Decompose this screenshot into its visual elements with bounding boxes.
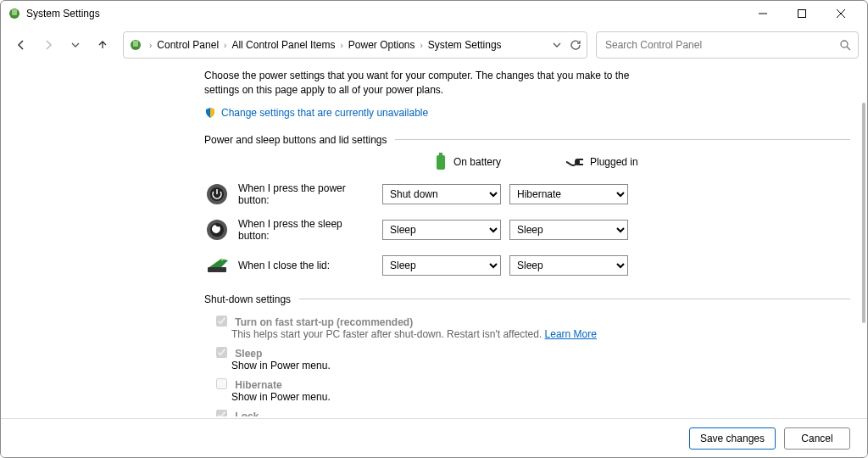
- lid-battery-select[interactable]: Sleep: [382, 255, 501, 276]
- row-label-lid: When I close the lid:: [238, 260, 374, 271]
- recent-button[interactable]: [64, 33, 87, 57]
- search-input[interactable]: [604, 38, 839, 52]
- scrollbar-thumb[interactable]: [862, 103, 865, 323]
- sleep-label: Sleep: [235, 348, 262, 360]
- svg-line-9: [847, 47, 850, 50]
- svg-rect-1: [12, 9, 17, 15]
- svg-rect-7: [133, 41, 138, 47]
- power-options-icon: [8, 7, 21, 20]
- title-bar: System Settings: [1, 1, 867, 26]
- shield-icon: [204, 107, 216, 119]
- power-button-icon: [205, 182, 229, 206]
- section-title: Power and sleep buttons and lid settings: [204, 134, 387, 146]
- power-battery-select[interactable]: Shut down: [382, 184, 501, 204]
- lock-checkbox: [216, 410, 227, 416]
- sleep-checkbox: [216, 347, 227, 358]
- lid-plugged-select[interactable]: Sleep: [509, 255, 628, 276]
- battery-icon: [433, 153, 448, 171]
- search-box[interactable]: [596, 31, 859, 59]
- nav-bar: › Control Panel › All Control Panel Item…: [1, 26, 867, 64]
- cancel-button[interactable]: Cancel: [784, 427, 850, 450]
- section-header-shutdown: Shut-down settings: [204, 293, 850, 305]
- svg-rect-11: [439, 153, 442, 155]
- col-plugged-label: Plugged in: [590, 156, 638, 168]
- power-options-icon: [129, 38, 142, 52]
- chevron-right-icon[interactable]: ›: [419, 41, 425, 50]
- sleep-desc: Show in Power menu.: [231, 360, 850, 371]
- sleep-button-icon: [205, 218, 229, 242]
- page-description: Choose the power settings that you want …: [204, 69, 645, 98]
- window-title: System Settings: [26, 8, 100, 20]
- plug-icon: [565, 156, 585, 168]
- forward-button[interactable]: [36, 33, 60, 57]
- hibernate-checkbox: [216, 378, 227, 389]
- breadcrumb[interactable]: Power Options: [345, 37, 419, 53]
- svg-rect-17: [208, 267, 226, 272]
- maximize-button[interactable]: [782, 1, 821, 26]
- hibernate-label: Hibernate: [235, 379, 281, 391]
- refresh-icon[interactable]: [570, 39, 581, 51]
- close-button[interactable]: [821, 1, 860, 26]
- change-settings-link[interactable]: Change settings that are currently unava…: [221, 107, 428, 119]
- svg-point-8: [841, 41, 848, 47]
- search-icon: [839, 39, 851, 51]
- breadcrumb[interactable]: All Control Panel Items: [228, 37, 338, 53]
- breadcrumb[interactable]: Control Panel: [153, 37, 222, 53]
- fast-startup-desc: This helps start your PC faster after sh…: [231, 328, 545, 340]
- col-battery-label: On battery: [453, 156, 501, 168]
- chevron-right-icon[interactable]: ›: [222, 41, 228, 50]
- content-area: Choose the power settings that you want …: [204, 69, 850, 416]
- row-label-sleep: When I press the sleep button:: [238, 218, 374, 242]
- hibernate-desc: Show in Power menu.: [231, 391, 850, 403]
- sleep-battery-select[interactable]: Sleep: [382, 220, 501, 240]
- learn-more-link[interactable]: Learn More: [545, 328, 597, 340]
- svg-rect-10: [437, 155, 445, 170]
- back-button[interactable]: [9, 33, 33, 57]
- breadcrumb[interactable]: System Settings: [425, 37, 505, 53]
- svg-point-12: [575, 159, 580, 165]
- fast-startup-label: Turn on fast start-up (recommended): [235, 316, 413, 328]
- laptop-lid-icon: [204, 255, 230, 276]
- svg-rect-3: [798, 10, 806, 18]
- sleep-plugged-select[interactable]: Sleep: [509, 220, 628, 240]
- up-button[interactable]: [91, 33, 114, 57]
- section-title: Shut-down settings: [204, 293, 291, 305]
- address-bar[interactable]: › Control Panel › All Control Panel Item…: [123, 31, 587, 59]
- section-header-buttons: Power and sleep buttons and lid settings: [204, 134, 850, 146]
- row-label-power: When I press the power button:: [238, 182, 374, 206]
- footer: Save changes Cancel: [1, 418, 867, 457]
- chevron-down-icon[interactable]: [553, 41, 561, 49]
- chevron-right-icon[interactable]: ›: [147, 41, 153, 50]
- lock-label: Lock: [235, 411, 259, 416]
- chevron-right-icon[interactable]: ›: [338, 41, 344, 50]
- power-plugged-select[interactable]: Hibernate: [509, 184, 628, 204]
- fast-startup-checkbox: [216, 316, 227, 327]
- save-button[interactable]: Save changes: [689, 427, 776, 450]
- minimize-button[interactable]: [743, 1, 782, 26]
